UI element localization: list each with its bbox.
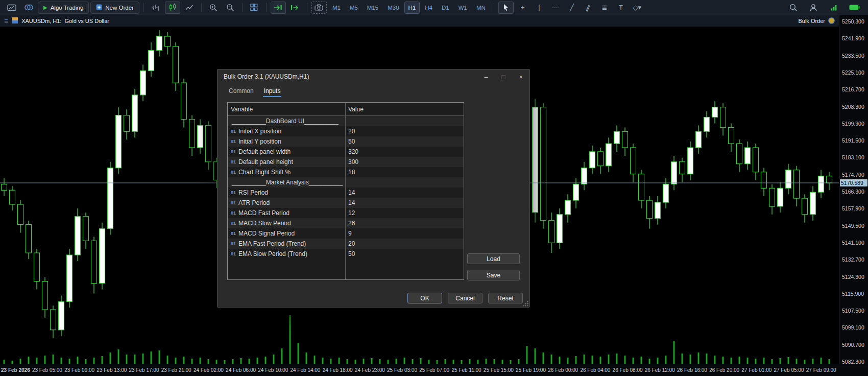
load-button[interactable]: Load: [467, 253, 520, 264]
param-value: 300: [348, 158, 358, 166]
timeframe-h1[interactable]: H1: [404, 2, 420, 14]
minimize-icon[interactable]: –: [477, 69, 495, 84]
param-row[interactable]: 01Default panel width320: [228, 147, 464, 157]
text-tool-icon[interactable]: T: [613, 2, 629, 14]
time-label: 23 Feb 13:00: [97, 367, 127, 373]
channel-icon[interactable]: ∥: [578, 0, 597, 16]
auto-scroll-icon[interactable]: [271, 2, 286, 14]
trendline-icon[interactable]: ╱: [564, 2, 580, 14]
zoom-out-icon[interactable]: [223, 2, 238, 14]
time-label: 24 Feb 23:00: [355, 367, 385, 373]
play-icon: ▶: [43, 5, 47, 10]
algo-trading-label: Algo Trading: [51, 5, 84, 11]
time-label: 27 Feb 01:00: [741, 367, 771, 373]
screenshot-icon[interactable]: [311, 2, 327, 14]
line-chart-type-icon[interactable]: [182, 2, 197, 14]
cursor-icon[interactable]: [498, 2, 514, 14]
resize-grip[interactable]: [523, 300, 529, 307]
tab-inputs[interactable]: Inputs: [263, 86, 282, 97]
time-axis[interactable]: 23 Feb 202623 Feb 05:0023 Feb 09:0023 Fe…: [0, 364, 868, 376]
timeframe-m5[interactable]: M5: [346, 2, 362, 14]
param-type-icon: 01: [231, 231, 236, 236]
close-icon[interactable]: ×: [512, 69, 529, 84]
save-button[interactable]: Save: [467, 270, 520, 280]
param-row[interactable]: 01EMA Slow Period (Trend)50: [228, 249, 464, 259]
overlay-emblem-icon: [828, 17, 835, 25]
param-row[interactable]: 01MACD Slow Period26: [228, 218, 464, 228]
param-name: MACD Fast Period: [238, 209, 290, 217]
time-label: 26 Feb 20:00: [709, 367, 739, 373]
price-label: 5166.300: [842, 189, 864, 195]
param-row[interactable]: 01Initial Y position50: [228, 136, 464, 147]
time-label: 23 Feb 05:00: [32, 367, 62, 373]
price-label: 5099.100: [842, 324, 864, 331]
timeframe-w1[interactable]: W1: [454, 2, 471, 14]
chart-menu-icon[interactable]: ≡: [4, 17, 8, 25]
bar-chart-type-icon[interactable]: [148, 2, 163, 14]
param-type-icon: 01: [231, 200, 236, 205]
param-name: Default panel height: [238, 158, 293, 166]
param-row[interactable]: 01MACD Signal Period9: [228, 228, 464, 239]
shapes-icon[interactable]: ◇▾: [630, 2, 645, 14]
chart-shift-icon[interactable]: [287, 2, 303, 14]
param-row[interactable]: 01RSI Period14: [228, 187, 464, 198]
draw-tools-group: +∣―╱∥≣T◇▾: [515, 2, 645, 14]
tile-windows-icon[interactable]: [247, 2, 262, 14]
param-value: 9: [348, 230, 352, 237]
toolbar-separator: [266, 3, 267, 12]
horizontal-line-icon[interactable]: ―: [548, 2, 563, 14]
ok-button[interactable]: OK: [407, 293, 442, 303]
connection-status-icon[interactable]: [826, 2, 841, 14]
new-order-icon: [96, 4, 102, 11]
param-type-icon: 01: [231, 221, 236, 226]
account-icon[interactable]: [806, 2, 821, 14]
param-name: __________Market Analysis__________: [232, 179, 343, 186]
algo-trading-button[interactable]: ▶ Algo Trading: [38, 2, 89, 14]
column-divider[interactable]: [345, 103, 346, 279]
maximize-icon[interactable]: □: [495, 69, 512, 84]
param-row[interactable]: 01Initial X position20: [228, 126, 464, 136]
price-label: 5233.500: [842, 53, 864, 59]
param-row[interactable]: 01EMA Fast Period (Trend)20: [228, 239, 464, 249]
param-value: 20: [348, 128, 355, 135]
price-label: 5132.700: [842, 256, 864, 263]
dialog-window-controls: – □ ×: [477, 69, 529, 84]
param-type-icon: 01: [231, 149, 236, 154]
app-window-icon[interactable]: [4, 2, 19, 14]
section-row[interactable]: __________Market Analysis__________: [228, 177, 464, 187]
fibonacci-icon[interactable]: ≣: [597, 2, 612, 14]
cancel-button[interactable]: Cancel: [448, 293, 483, 303]
search-icon[interactable]: [785, 2, 801, 14]
param-row[interactable]: 01ATR Period14: [228, 198, 464, 208]
timeframe-mn[interactable]: MN: [472, 2, 490, 14]
timeframe-d1[interactable]: D1: [438, 2, 453, 14]
param-type-icon: 01: [231, 210, 236, 216]
zoom-in-icon[interactable]: [206, 2, 221, 14]
timeframe-m1[interactable]: M1: [328, 2, 345, 14]
price-axis[interactable]: 5250.3005241.9005233.5005225.1005216.700…: [839, 15, 868, 364]
price-label: 5208.300: [842, 104, 864, 110]
vertical-line-icon[interactable]: ∣: [532, 2, 547, 14]
section-row[interactable]: __________DashBoard UI__________: [228, 116, 464, 126]
price-label: 5149.500: [842, 223, 864, 229]
param-row[interactable]: 01Default panel height300: [228, 157, 464, 167]
candlestick-type-icon[interactable]: [165, 2, 180, 14]
param-value: 14: [348, 189, 355, 196]
reset-button[interactable]: Reset: [488, 293, 523, 303]
param-row[interactable]: 01MACD Fast Period12: [228, 208, 464, 218]
timeframe-m30[interactable]: M30: [383, 2, 403, 14]
price-label: 5141.100: [842, 240, 864, 246]
column-header-variable: Variable: [231, 106, 253, 113]
param-type-icon: 01: [231, 129, 236, 134]
tab-common[interactable]: Common: [228, 86, 255, 97]
param-row[interactable]: 01Chart Right Shift %18: [228, 167, 464, 177]
chart-title: XAUUSDm, H1: Gold vs US Dollar: [21, 18, 109, 24]
timeframe-m15[interactable]: M15: [363, 2, 382, 14]
new-order-button[interactable]: New Order: [90, 2, 139, 14]
dialog-titlebar[interactable]: Bulk Order 3.1 (XAUUSDm,H1) – □ ×: [218, 69, 529, 84]
crosshair-icon[interactable]: +: [515, 2, 531, 14]
time-label: 24 Feb 10:00: [258, 367, 288, 373]
market-depth-icon[interactable]: [21, 2, 36, 14]
table-header-row[interactable]: Variable Value: [228, 103, 464, 116]
timeframe-h4[interactable]: H4: [421, 2, 437, 14]
